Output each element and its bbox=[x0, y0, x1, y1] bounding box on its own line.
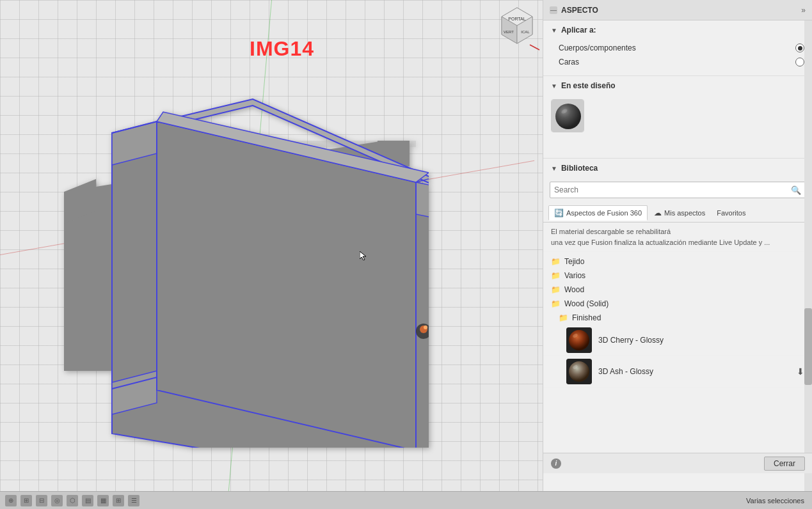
svg-text:VERT: VERT bbox=[504, 30, 514, 34]
toolbar-icon-1[interactable]: ⊕ bbox=[5, 495, 17, 506]
panel-header: — ASPECTO » bbox=[543, 0, 812, 20]
bodies-radio[interactable] bbox=[795, 43, 804, 52]
toolbar-icon-4[interactable]: ◎ bbox=[51, 495, 63, 506]
status-bar: Varias selecciones bbox=[543, 491, 812, 509]
nav-cube[interactable]: PORTAL VERT ICAL bbox=[491, 0, 543, 51]
folder-label-wood: Wood bbox=[564, 285, 584, 294]
cloud-icon: ☁ bbox=[654, 208, 662, 217]
material-cherry[interactable]: 3D Cherry - Glossy bbox=[543, 325, 812, 356]
apply-section-header: ▼ Aplicar a: bbox=[543, 20, 812, 38]
tab-fusion-label: Aspectos de Fusion 360 bbox=[566, 209, 642, 217]
radio-row-faces: Caras bbox=[559, 55, 804, 69]
svg-point-14 bbox=[424, 325, 427, 329]
svg-text:PORTAL: PORTAL bbox=[508, 17, 525, 21]
folder-icon-wood-solid: 📁 bbox=[551, 299, 561, 308]
svg-point-28 bbox=[569, 330, 589, 350]
panel-title: ASPECTO bbox=[561, 6, 598, 15]
svg-point-31 bbox=[569, 361, 589, 382]
search-input[interactable] bbox=[554, 185, 791, 194]
toolbar-icon-8[interactable]: ⊞ bbox=[113, 495, 124, 506]
design-section-title: En este diseño bbox=[561, 81, 616, 90]
minimize-icon[interactable]: — bbox=[550, 6, 557, 14]
material-name-cherry: 3D Cherry - Glossy bbox=[598, 336, 804, 345]
right-panel: — ASPECTO » ▼ Aplicar a: Cuerpos/compone… bbox=[543, 0, 812, 491]
notice-text: El material descargable se rehabilitará … bbox=[543, 223, 812, 252]
svg-point-25 bbox=[555, 104, 581, 129]
material-ash[interactable]: 3D Ash - Glossy ⬇ bbox=[543, 356, 812, 388]
notice-line1: El material descargable se rehabilitará bbox=[551, 226, 804, 237]
notice-line2: una vez que Fusion finaliza la actualiza… bbox=[551, 237, 804, 248]
close-button[interactable]: Cerrar bbox=[764, 457, 805, 471]
faces-label: Caras bbox=[559, 58, 579, 67]
folder-label-tejido: Tejido bbox=[564, 257, 584, 266]
material-name-ash: 3D Ash - Glossy bbox=[598, 367, 790, 376]
design-section-content bbox=[543, 94, 812, 158]
folder-icon-wood: 📁 bbox=[551, 285, 561, 294]
folder-label-varios: Varios bbox=[564, 271, 585, 280]
search-icon[interactable]: 🔍 bbox=[791, 185, 801, 195]
folder-wood[interactable]: 📁 Wood bbox=[543, 283, 812, 297]
radio-row-bodies: Cuerpos/componentes bbox=[559, 41, 804, 55]
toolbar-icon-9[interactable]: ☰ bbox=[128, 495, 139, 506]
folder-icon-varios: 📁 bbox=[551, 271, 561, 280]
panel-scrollbar[interactable] bbox=[804, 20, 812, 491]
expand-arrows[interactable]: » bbox=[801, 6, 806, 15]
library-tabs: 🔄 Aspectos de Fusion 360 ☁ Mis aspectos … bbox=[543, 203, 812, 223]
refresh-icon: 🔄 bbox=[554, 208, 564, 217]
section-arrow-biblioteca: ▼ bbox=[551, 165, 557, 172]
section-arrow-apply: ▼ bbox=[551, 27, 557, 34]
biblioteca-section: ▼ Biblioteca 🔍 🔄 Aspectos de Fusion 360 … bbox=[543, 158, 812, 390]
material-thumb-cherry bbox=[566, 327, 592, 353]
design-section-header: ▼ En este diseño bbox=[543, 76, 812, 94]
svg-text:ICAL: ICAL bbox=[521, 30, 530, 34]
tab-favorites[interactable]: Favoritos bbox=[712, 207, 751, 219]
folder-tejido[interactable]: 📁 Tejido bbox=[543, 254, 812, 269]
3d-shape bbox=[45, 64, 429, 450]
tab-my-label: Mis aspectos bbox=[664, 209, 705, 217]
tab-my-aspects[interactable]: ☁ Mis aspectos bbox=[649, 206, 710, 220]
toolbar-icon-7[interactable]: ▦ bbox=[97, 495, 109, 506]
design-section: ▼ En este diseño bbox=[543, 75, 812, 158]
folder-varios[interactable]: 📁 Varios bbox=[543, 269, 812, 283]
folder-finished[interactable]: 📁 Finished bbox=[543, 311, 812, 325]
bodies-label: Cuerpos/componentes bbox=[559, 43, 636, 52]
download-icon-ash[interactable]: ⬇ bbox=[797, 366, 804, 377]
search-bar[interactable]: 🔍 bbox=[550, 182, 806, 198]
biblioteca-section-title: Biblioteca bbox=[561, 164, 598, 173]
tab-fusion-360[interactable]: 🔄 Aspectos de Fusion 360 bbox=[548, 205, 648, 221]
viewport: IMG14 bbox=[0, 0, 543, 509]
info-icon[interactable]: i bbox=[551, 458, 561, 469]
tab-fav-label: Favoritos bbox=[717, 209, 745, 217]
default-material-thumb[interactable] bbox=[551, 99, 584, 132]
scrollbar-thumb[interactable] bbox=[804, 308, 812, 385]
folder-icon-finished: 📁 bbox=[559, 313, 568, 322]
apply-section-content: Cuerpos/componentes Caras bbox=[543, 38, 812, 75]
panel-bottom-bar: i Cerrar bbox=[543, 453, 812, 473]
toolbar-icon-6[interactable]: ▤ bbox=[82, 495, 93, 506]
folder-label-finished: Finished bbox=[572, 313, 601, 322]
folder-label-wood-solid: Wood (Solid) bbox=[564, 299, 609, 308]
biblioteca-section-header: ▼ Biblioteca bbox=[543, 159, 812, 176]
faces-radio[interactable] bbox=[795, 58, 804, 67]
apply-to-section: ▼ Aplicar a: Cuerpos/componentes Caras bbox=[543, 20, 812, 75]
bottom-toolbar: ⊕ ⊞ ⊟ ◎ ⬡ ▤ ▦ ⊞ ☰ bbox=[0, 491, 543, 509]
folder-wood-solid[interactable]: 📁 Wood (Solid) bbox=[543, 297, 812, 311]
section-arrow-design: ▼ bbox=[551, 82, 557, 90]
library-tree: 📁 Tejido 📁 Varios 📁 Wood 📁 Wood (Solid) … bbox=[543, 252, 812, 390]
folder-icon-tejido: 📁 bbox=[551, 257, 561, 266]
toolbar-icon-5[interactable]: ⬡ bbox=[67, 495, 78, 506]
status-text: Varias selecciones bbox=[746, 497, 804, 505]
toolbar-icon-3[interactable]: ⊟ bbox=[36, 495, 47, 506]
image-label: IMG14 bbox=[250, 37, 314, 61]
toolbar-icon-2[interactable]: ⊞ bbox=[20, 495, 32, 506]
svg-line-23 bbox=[530, 45, 539, 50]
panel-header-left: — ASPECTO bbox=[550, 6, 598, 15]
material-thumb-ash bbox=[566, 359, 592, 384]
apply-section-title: Aplicar a: bbox=[561, 26, 596, 35]
